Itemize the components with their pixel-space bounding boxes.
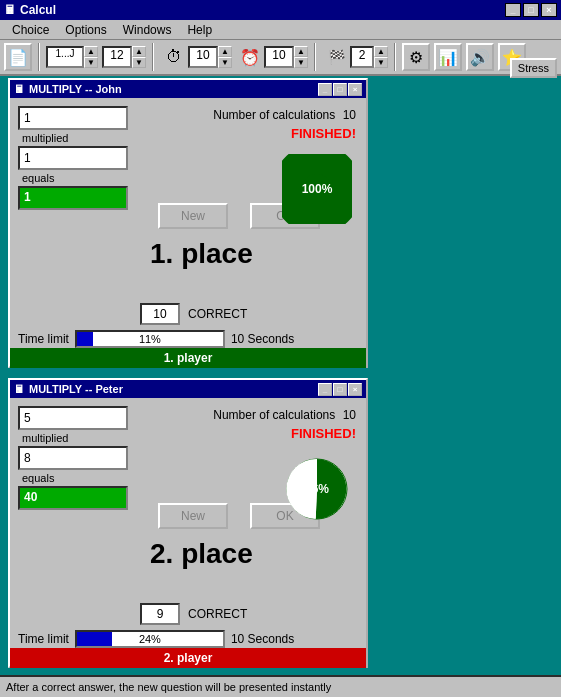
john-new-button[interactable]: New	[158, 203, 228, 229]
peter-title-bar: 🖩 MULTIPLY -- Peter _ □ ×	[10, 380, 366, 398]
john-label2: equals	[18, 172, 128, 184]
peter-finished: FINISHED!	[291, 426, 356, 441]
peter-time-seconds: 10 Seconds	[231, 632, 294, 646]
spinner4-up[interactable]: ▲	[294, 46, 308, 57]
spinner5-down[interactable]: ▼	[374, 57, 388, 68]
spinner5-input[interactable]: 2	[350, 46, 374, 68]
app-title-bar: 🖩 Calcul _ □ ×	[0, 0, 561, 20]
john-num-calc-row: Number of calculations 10	[213, 108, 356, 122]
menu-windows[interactable]: Windows	[115, 21, 180, 39]
chart-icon[interactable]: 📊	[434, 43, 462, 71]
toolbar: 📄 1...J ▲ ▼ 12 ▲ ▼ ⏱ 10 ▲ ▼ ⏰ 10 ▲	[0, 40, 561, 76]
john-progress-pct: 11%	[77, 332, 223, 346]
peter-minimize[interactable]: _	[318, 383, 332, 396]
john-title-bar: 🖩 MULTIPLY -- John _ □ ×	[10, 80, 366, 98]
spinner4-arrows: ▲ ▼	[294, 46, 308, 68]
peter-window: 🖩 MULTIPLY -- Peter _ □ × multiplied equ…	[8, 378, 368, 668]
spinner1-arrows: ▲ ▼	[84, 46, 98, 68]
spinner-3-group: ⏱ 10 ▲ ▼	[160, 43, 232, 71]
svg-text:100%: 100%	[302, 182, 333, 196]
peter-pie-container: 96%	[282, 454, 352, 527]
john-input2[interactable]	[18, 146, 128, 170]
peter-close[interactable]: ×	[348, 383, 362, 396]
menu-help[interactable]: Help	[179, 21, 220, 39]
john-correct-row: CORRECT	[140, 303, 247, 325]
john-player-bar: 1. player	[10, 348, 366, 368]
john-correct-input[interactable]	[140, 303, 180, 325]
peter-time-label: Time limit	[18, 632, 69, 646]
spinner-1: 1...J ▲ ▼	[46, 46, 98, 68]
john-correct-label: CORRECT	[188, 307, 247, 321]
maximize-button[interactable]: □	[523, 3, 539, 17]
spinner-5: 2 ▲ ▼	[350, 46, 388, 68]
peter-input1[interactable]	[18, 406, 128, 430]
spinner2-down[interactable]: ▼	[132, 57, 146, 68]
peter-pie-chart: 96%	[282, 454, 352, 524]
john-time-row: Time limit 11% 10 Seconds	[18, 330, 294, 348]
spinner1-down[interactable]: ▼	[84, 57, 98, 68]
spinner-4: 10 ▲ ▼	[264, 46, 308, 68]
app-title: Calcul	[20, 3, 505, 17]
stress-button[interactable]: Stress	[510, 58, 557, 78]
john-window: 🖩 MULTIPLY -- John _ □ × multiplied equa…	[8, 78, 368, 368]
peter-maximize[interactable]: □	[333, 383, 347, 396]
john-close[interactable]: ×	[348, 83, 362, 96]
spinner-3: 10 ▲ ▼	[188, 46, 232, 68]
open-button[interactable]: 📄	[4, 43, 32, 71]
peter-input2[interactable]	[18, 446, 128, 470]
peter-title: MULTIPLY -- Peter	[29, 383, 318, 395]
sound-icon[interactable]: 🔊	[466, 43, 494, 71]
spinner5-up[interactable]: ▲	[374, 46, 388, 57]
john-input1-group: multiplied equals 1	[18, 106, 128, 210]
peter-time-row: Time limit 24% 10 Seconds	[18, 630, 294, 648]
peter-num-calc-row: Number of calculations 10	[213, 408, 356, 422]
spinner-4-group: ⏰ 10 ▲ ▼	[236, 43, 308, 71]
flag-icon: 🏁	[322, 43, 350, 71]
peter-correct-label: CORRECT	[188, 607, 247, 621]
john-minimize[interactable]: _	[318, 83, 332, 96]
spinner2-input[interactable]: 12	[102, 46, 132, 68]
title-bar-buttons: _ □ ×	[505, 3, 557, 17]
peter-correct-input[interactable]	[140, 603, 180, 625]
toolbar-divider-4	[394, 43, 396, 71]
john-label1: multiplied	[18, 132, 128, 144]
status-text: After a correct answer, the new question…	[6, 681, 331, 693]
john-num-calc-label: Number of calculations	[213, 108, 335, 122]
spinner1-input[interactable]: 1...J	[46, 46, 84, 68]
settings-icon[interactable]: ⚙	[402, 43, 430, 71]
john-finished: FINISHED!	[291, 126, 356, 141]
peter-new-button[interactable]: New	[158, 503, 228, 529]
close-button[interactable]: ×	[541, 3, 557, 17]
spinner3-up[interactable]: ▲	[218, 46, 232, 57]
menu-options[interactable]: Options	[57, 21, 114, 39]
john-maximize[interactable]: □	[333, 83, 347, 96]
peter-label2: equals	[18, 472, 128, 484]
menu-bar: Choice Options Windows Help	[0, 20, 561, 40]
spinner2-arrows: ▲ ▼	[132, 46, 146, 68]
spinner-5-group: 🏁 2 ▲ ▼	[322, 43, 388, 71]
menu-choice[interactable]: Choice	[4, 21, 57, 39]
spinner2-up[interactable]: ▲	[132, 46, 146, 57]
toolbar-divider-3	[314, 43, 316, 71]
john-num-calc-val: 10	[343, 108, 356, 122]
spinner1-up[interactable]: ▲	[84, 46, 98, 57]
peter-correct-row: CORRECT	[140, 603, 247, 625]
peter-label1: multiplied	[18, 432, 128, 444]
john-progress-bar: 11%	[75, 330, 225, 348]
minimize-button[interactable]: _	[505, 3, 521, 17]
spinner4-input[interactable]: 10	[264, 46, 294, 68]
status-bar: After a correct answer, the new question…	[0, 675, 561, 697]
toolbar-divider-1	[38, 43, 40, 71]
timer-icon: ⏰	[236, 43, 264, 71]
peter-content: multiplied equals 40 New OK Number of ca…	[10, 398, 366, 668]
spinner3-input[interactable]: 10	[188, 46, 218, 68]
peter-progress-bar: 24%	[75, 630, 225, 648]
peter-input1-group: multiplied equals 40	[18, 406, 128, 510]
spinner4-down[interactable]: ▼	[294, 57, 308, 68]
john-time-seconds: 10 Seconds	[231, 332, 294, 346]
svg-text:96%: 96%	[305, 482, 329, 496]
john-title: MULTIPLY -- John	[29, 83, 318, 95]
john-title-buttons: _ □ ×	[318, 83, 362, 96]
john-input1[interactable]	[18, 106, 128, 130]
spinner3-down[interactable]: ▼	[218, 57, 232, 68]
